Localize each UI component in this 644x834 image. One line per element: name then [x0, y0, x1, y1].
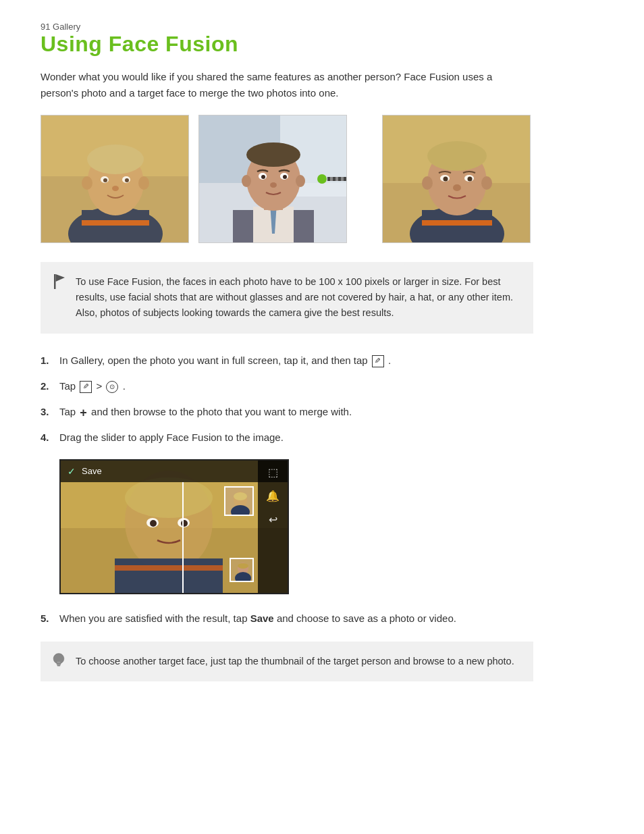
plus-icon: + [80, 407, 87, 419]
svg-rect-35 [330, 177, 333, 181]
svg-rect-60 [54, 274, 56, 289]
page-title: Using Face Fusion [41, 32, 603, 57]
svg-point-78 [238, 563, 248, 569]
slider-line [182, 482, 184, 593]
step-3: 3. Tap + and then browse to the photo th… [41, 404, 527, 420]
edit-icon-2 [80, 381, 92, 393]
panel-icon-3: ↩ [269, 513, 277, 526]
screenshot: ✓ Save ⬚ 🔔 ↩ [59, 459, 289, 594]
svg-rect-38 [338, 177, 341, 181]
step-4: 4. Drag the slider to apply Face Fusion … [41, 429, 527, 446]
note-text: To use Face Fusion, the faces in each ph… [76, 276, 513, 318]
step-1-num: 1. [41, 353, 59, 369]
svg-rect-40 [344, 177, 346, 181]
photo-man [198, 115, 347, 243]
step-1-text: In Gallery, open the photo you want in f… [59, 353, 527, 369]
svg-point-31 [283, 175, 287, 179]
edit-icon [372, 355, 384, 367]
tip-box: To choose another target face, just tap … [41, 642, 533, 681]
screenshot-topbar: ✓ Save [61, 461, 288, 482]
svg-point-65 [125, 477, 213, 518]
step-5-num: 5. [41, 610, 59, 627]
step-1: 1. In Gallery, open the photo you want i… [41, 353, 527, 369]
svg-rect-41 [346, 177, 347, 181]
svg-rect-80 [57, 664, 61, 665]
step-2: 2. Tap > ⊙ . [41, 378, 527, 394]
right-panel: ⬚ 🔔 ↩ [258, 461, 288, 593]
svg-rect-34 [327, 177, 330, 181]
svg-point-27 [296, 175, 305, 187]
step-2-text: Tap > ⊙ . [59, 378, 527, 394]
step-4-num: 4. [41, 429, 59, 446]
step-5: 5. When you are satisfied with the resul… [41, 610, 527, 627]
thumbnail-top [224, 486, 254, 516]
step-3-text: Tap + and then browse to the photo that … [59, 404, 527, 420]
svg-point-30 [261, 175, 265, 179]
photo-strip [41, 115, 603, 243]
svg-point-26 [242, 175, 251, 187]
photo-result [382, 115, 531, 243]
flag-icon [53, 274, 66, 289]
page-number: 91 Gallery [41, 22, 80, 32]
note-box: To use Face Fusion, the faces in each ph… [41, 262, 533, 334]
thumbnail-bottom [230, 558, 254, 582]
fusion-arrow [317, 170, 347, 188]
svg-point-33 [317, 174, 327, 184]
save-label: ✓ Save [68, 466, 102, 477]
svg-rect-37 [336, 177, 338, 181]
step-3-num: 3. [41, 404, 59, 420]
photo-boy [41, 115, 189, 243]
svg-rect-15 [41, 115, 189, 243]
svg-marker-61 [56, 274, 65, 282]
step-2-num: 2. [41, 378, 59, 394]
panel-icon-2: 🔔 [266, 490, 279, 502]
svg-rect-81 [57, 664, 61, 666]
step-4-text: Drag the slider to apply Face Fusion to … [59, 429, 527, 446]
page-meta: 91 Gallery [41, 20, 603, 32]
steps-list: 1. In Gallery, open the photo you want i… [41, 353, 527, 446]
tip-text: To choose another target face, just tap … [76, 656, 514, 667]
svg-rect-36 [333, 177, 336, 181]
svg-point-70 [150, 520, 157, 527]
svg-point-32 [270, 182, 277, 188]
svg-rect-66 [115, 558, 223, 594]
steps-list-5: 5. When you are satisfied with the resul… [41, 610, 527, 627]
svg-point-74 [234, 492, 247, 500]
svg-rect-59 [383, 115, 531, 243]
svg-rect-67 [115, 565, 223, 571]
svg-rect-39 [341, 177, 344, 181]
lightbulb-icon [51, 652, 68, 669]
panel-icon-1: ⬚ [268, 466, 278, 479]
facefusion-icon: ⊙ [106, 381, 118, 393]
step-5-text: When you are satisfied with the result, … [59, 610, 527, 627]
intro-text: Wonder what you would like if you shared… [41, 69, 527, 101]
svg-point-25 [246, 142, 300, 167]
